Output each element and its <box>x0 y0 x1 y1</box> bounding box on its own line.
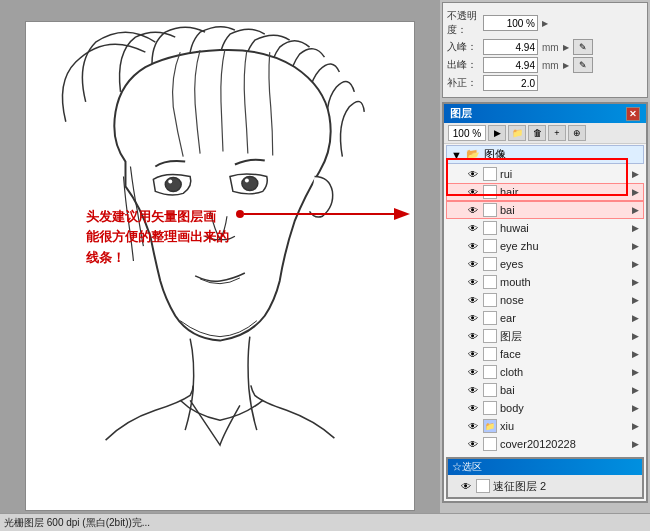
eye-icon[interactable]: 👁 <box>466 311 480 325</box>
eye-icon[interactable]: 👁 <box>466 365 480 379</box>
peak-in-icon[interactable]: ✎ <box>573 39 593 55</box>
peak-out-icon[interactable]: ✎ <box>573 57 593 73</box>
layer-name: cloth <box>500 366 629 378</box>
layer-item[interactable]: 👁cover20120228▶ <box>446 435 644 453</box>
eye-icon[interactable]: 👁 <box>466 383 480 397</box>
layer-name: eye zhu <box>500 240 629 252</box>
layers-list: 👁rui▶👁hair▶👁bai▶👁huwai▶👁eye zhu▶👁eyes▶👁m… <box>444 165 646 453</box>
layer-arrow: ▶ <box>632 331 639 341</box>
eye-icon[interactable]: 👁 <box>466 293 480 307</box>
layer-name: bai <box>500 384 629 396</box>
layers-panel: 图层 ✕ 100 % ▶ 📁 🗑 + ⊕ ▼ 📂 图像 👁rui▶👁hair▶👁… <box>442 102 648 503</box>
eye-icon[interactable]: 👁 <box>466 167 480 181</box>
layer-item[interactable]: 👁mouth▶ <box>446 273 644 291</box>
layer-arrow: ▶ <box>632 223 639 233</box>
layer-item[interactable]: 👁bai▶ <box>446 201 644 219</box>
eye-icon[interactable]: 👁 <box>466 257 480 271</box>
layer-name: 图层 <box>500 329 629 344</box>
arrow-dot <box>236 210 244 218</box>
layer-name: nose <box>500 294 629 306</box>
sel-layer-thumb <box>476 479 490 493</box>
layers-group-header[interactable]: ▼ 📂 图像 <box>446 145 644 164</box>
layer-item[interactable]: 👁body▶ <box>446 399 644 417</box>
layer-arrow: ▶ <box>632 259 639 269</box>
drawing-canvas: 头发建议用矢量图层画 能很方便的整理画出来的 线条！ <box>25 21 415 511</box>
layer-arrow: ▶ <box>632 277 639 287</box>
layer-name: huwai <box>500 222 629 234</box>
layer-item[interactable]: 👁图层▶ <box>446 327 644 345</box>
svg-point-4 <box>245 178 249 182</box>
eye-icon[interactable]: 👁 <box>466 221 480 235</box>
layer-thumb <box>483 203 497 217</box>
layer-thumb <box>483 221 497 235</box>
layer-thumb <box>483 329 497 343</box>
layer-item[interactable]: 👁eye zhu▶ <box>446 237 644 255</box>
eye-icon[interactable]: 👁 <box>466 203 480 217</box>
peak-out-value[interactable]: 4.94 <box>483 57 538 73</box>
layer-arrow: ▶ <box>632 187 639 197</box>
opacity-value[interactable]: 100 % <box>483 15 538 31</box>
tb-btn-1[interactable]: ▶ <box>488 125 506 141</box>
correct-label: 补正： <box>447 76 479 90</box>
peak-in-value[interactable]: 4.94 <box>483 39 538 55</box>
layers-toolbar: 100 % ▶ 📁 🗑 + ⊕ <box>444 123 646 144</box>
eye-icon[interactable]: 👁 <box>466 347 480 361</box>
tb-btn-5[interactable]: ⊕ <box>568 125 586 141</box>
tb-btn-2[interactable]: 📁 <box>508 125 526 141</box>
selection-layer-item[interactable]: 👁 速征图层 2 <box>454 477 636 495</box>
eye-icon[interactable]: 👁 <box>466 437 480 451</box>
layer-thumb <box>483 347 497 361</box>
layer-thumb <box>483 167 497 181</box>
layer-thumb: 📁 <box>483 419 497 433</box>
canvas-area: 头发建议用矢量图层画 能很方便的整理画出来的 线条！ <box>0 0 440 531</box>
layer-item[interactable]: 👁hair▶ <box>446 183 644 201</box>
correct-value[interactable]: 2.0 <box>483 75 538 91</box>
layer-name: xiu <box>500 420 629 432</box>
layers-opacity[interactable]: 100 % <box>448 125 486 141</box>
layers-close-button[interactable]: ✕ <box>626 107 640 121</box>
eye-icon[interactable]: 👁 <box>466 419 480 433</box>
tb-btn-4[interactable]: + <box>548 125 566 141</box>
peak-out-unit: mm <box>542 60 559 71</box>
eye-icon[interactable]: 👁 <box>466 239 480 253</box>
layer-item[interactable]: 👁cloth▶ <box>446 363 644 381</box>
svg-point-3 <box>242 176 258 190</box>
layer-arrow: ▶ <box>632 385 639 395</box>
layer-item[interactable]: 👁ear▶ <box>446 309 644 327</box>
layer-thumb <box>483 185 497 199</box>
brush-panel: 不透明度： 100 % ▶ 入峰： 4.94 mm ▶ ✎ 出峰： 4.94 m… <box>442 2 648 98</box>
peak-in-label: 入峰： <box>447 40 479 54</box>
layer-item[interactable]: 👁huwai▶ <box>446 219 644 237</box>
layer-item[interactable]: 👁rui▶ <box>446 165 644 183</box>
selection-panel: ☆选区 👁 速征图层 2 <box>446 457 644 499</box>
peak-out-arrow: ▶ <box>563 61 569 70</box>
peak-in-row: 入峰： 4.94 mm ▶ ✎ <box>447 39 643 55</box>
manga-svg <box>26 22 414 510</box>
layer-thumb <box>483 437 497 451</box>
tb-btn-3[interactable]: 🗑 <box>528 125 546 141</box>
opacity-row: 不透明度： 100 % ▶ <box>447 9 643 37</box>
layer-arrow: ▶ <box>632 169 639 179</box>
eye-icon[interactable]: 👁 <box>466 329 480 343</box>
layer-item[interactable]: 👁eyes▶ <box>446 255 644 273</box>
layer-item[interactable]: 👁📁xiu▶ <box>446 417 644 435</box>
status-bar: 光栅图层 600 dpi (黑白(2bit))完... <box>0 513 650 531</box>
eye-icon[interactable]: 👁 <box>466 275 480 289</box>
group-name: 图像 <box>484 147 506 162</box>
layer-item[interactable]: 👁bai▶ <box>446 381 644 399</box>
layer-arrow: ▶ <box>632 241 639 251</box>
layer-name: ear <box>500 312 629 324</box>
layer-thumb <box>483 365 497 379</box>
layer-name: rui <box>500 168 629 180</box>
layer-thumb <box>483 311 497 325</box>
layer-arrow: ▶ <box>632 421 639 431</box>
layer-item[interactable]: 👁face▶ <box>446 345 644 363</box>
eye-icon[interactable]: 👁 <box>466 401 480 415</box>
peak-out-row: 出峰： 4.94 mm ▶ ✎ <box>447 57 643 73</box>
layer-thumb <box>483 275 497 289</box>
opacity-arrow: ▶ <box>542 19 548 28</box>
layer-thumb <box>483 401 497 415</box>
group-fold-icon: ▼ <box>451 149 462 161</box>
layer-item[interactable]: 👁nose▶ <box>446 291 644 309</box>
eye-icon[interactable]: 👁 <box>466 185 480 199</box>
